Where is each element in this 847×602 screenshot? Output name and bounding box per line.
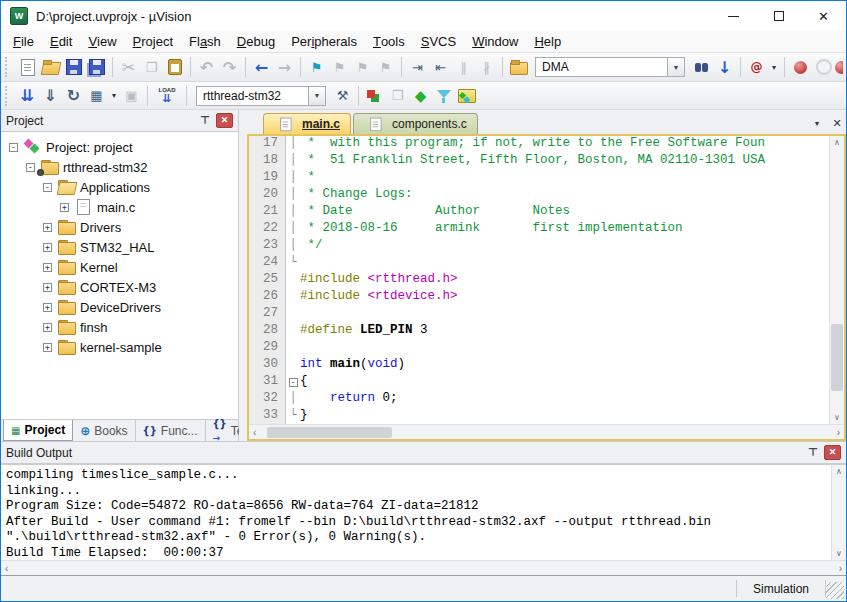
scroll-up-icon[interactable]: ∧	[834, 138, 840, 147]
find-in-files-folder-button[interactable]	[507, 55, 530, 79]
paste-button[interactable]	[163, 55, 186, 79]
stop-build-button[interactable]: ▣	[120, 84, 143, 108]
scroll-up-icon[interactable]: ∧	[836, 467, 842, 476]
target-combo[interactable]: rtthread-stm32▼	[196, 86, 326, 106]
tree-item-main-c[interactable]: +main.c	[1, 197, 238, 217]
insert-bookmark-button[interactable]: ⚑	[305, 55, 328, 79]
disable-breakpoint-button[interactable]	[812, 55, 835, 79]
indent-button[interactable]: ⇥	[406, 55, 429, 79]
tree-item-rtthread-stm32[interactable]: -rtthread-stm32	[1, 157, 238, 177]
nav-forward-button[interactable]: →	[273, 55, 296, 79]
code-line-30[interactable]: 30int main(void)	[249, 357, 829, 374]
tree-item-applications[interactable]: -Applications	[1, 177, 238, 197]
menu-flash[interactable]: Flash	[181, 31, 229, 52]
next-bookmark-button[interactable]: ⚑	[328, 55, 351, 79]
tree-expand-icon[interactable]: +	[60, 203, 69, 212]
pack-installer-button[interactable]	[455, 84, 478, 108]
kill-breakpoints-button[interactable]	[835, 55, 843, 79]
select-packs-button[interactable]	[432, 84, 455, 108]
code-line-31[interactable]: 31-{	[249, 374, 829, 391]
undo-button[interactable]: ↶	[195, 55, 218, 79]
new-file-button[interactable]	[16, 55, 39, 79]
tab-project[interactable]: ▦Project	[3, 420, 73, 441]
code-line-28[interactable]: 28#define LED_PIN 3	[249, 323, 829, 340]
editor-tabs-dropdown-icon[interactable]: ▼	[808, 114, 826, 132]
editor-vscroll-thumb[interactable]	[831, 324, 843, 391]
rebuild-all-button[interactable]: ↻	[62, 84, 85, 108]
fold-collapse-icon[interactable]: -	[289, 378, 298, 387]
output-line-3[interactable]: Program Size: Code=54872 RO-data=8656 RW…	[6, 499, 830, 515]
menu-project[interactable]: Project	[125, 31, 181, 52]
save-all-button[interactable]	[85, 55, 108, 79]
build-output-horizontal-scrollbar[interactable]: ‹ ›	[1, 560, 846, 575]
lookup-button[interactable]: @	[745, 55, 768, 79]
nav-back-button[interactable]: ←	[250, 55, 273, 79]
cut-button[interactable]: ✂	[117, 55, 140, 79]
menu-edit[interactable]: Edit	[42, 31, 80, 52]
editor-hscroll-thumb[interactable]	[267, 427, 392, 438]
code-line-20[interactable]: 20│ * Change Logs:	[249, 187, 829, 204]
search-combo[interactable]: DMA▼	[535, 57, 685, 77]
scroll-down-icon[interactable]: ∨	[834, 413, 840, 422]
menu-debug[interactable]: Debug	[229, 31, 283, 52]
code-line-29[interactable]: 29	[249, 340, 829, 357]
save-button[interactable]	[62, 55, 85, 79]
download-button[interactable]	[152, 84, 182, 108]
clear-bookmarks-button[interactable]: ⚑	[374, 55, 397, 79]
batch-build-button[interactable]: ▦	[85, 84, 108, 108]
target-combo-dropdown-icon[interactable]: ▼	[308, 87, 325, 105]
manage-project-items-button[interactable]	[363, 84, 386, 108]
project-panel-close-icon[interactable]	[216, 113, 233, 128]
tree-item-kernel[interactable]: +Kernel	[1, 257, 238, 277]
tab-books[interactable]: ⊕Books	[73, 420, 135, 441]
build-button[interactable]: ⇓	[39, 84, 62, 108]
code-line-33[interactable]: 33└}	[249, 408, 829, 424]
editor-tab-main-c[interactable]: main.c	[263, 113, 351, 134]
tree-expand-icon[interactable]: +	[43, 243, 52, 252]
redo-button[interactable]: ↷	[218, 55, 241, 79]
menu-svcs[interactable]: SVCS	[413, 31, 464, 52]
insert-breakpoint-button[interactable]	[789, 55, 812, 79]
panel-splitter[interactable]	[239, 110, 247, 441]
tree-expand-icon[interactable]: +	[43, 223, 52, 232]
uncomment-button[interactable]: ∦	[475, 55, 498, 79]
code-line-19[interactable]: 19│ *	[249, 170, 829, 187]
editor-tab-close-icon[interactable]: ✕	[828, 114, 846, 132]
tree-expand-icon[interactable]: +	[43, 343, 52, 352]
tree-item-drivers[interactable]: +Drivers	[1, 217, 238, 237]
find-in-files-button[interactable]	[690, 55, 713, 79]
code-line-26[interactable]: 26#include <rtdevice.h>	[249, 289, 829, 306]
tree-item-cortex-m3[interactable]: +CORTEX-M3	[1, 277, 238, 297]
output-line-6[interactable]: Build Time Elapsed: 00:00:37	[6, 546, 830, 561]
lookup-caret-button[interactable]: ▾	[768, 55, 780, 79]
scroll-right-icon[interactable]: ›	[837, 427, 840, 438]
code-line-24[interactable]: 24└	[249, 255, 829, 272]
build-output-close-icon[interactable]	[824, 445, 841, 460]
tree-expand-icon[interactable]: +	[43, 263, 52, 272]
batch-build-caret-button[interactable]: ▾	[108, 84, 120, 108]
menu-help[interactable]: Help	[526, 31, 569, 52]
tree-expand-icon[interactable]: +	[43, 323, 52, 332]
code-lines[interactable]: 17│ * with this program; if not, write t…	[249, 136, 844, 424]
menu-peripherals[interactable]: Peripherals	[283, 31, 365, 52]
pin-icon[interactable]	[197, 114, 213, 127]
output-line-1[interactable]: compiling timeslice_sample.c...	[6, 468, 830, 484]
menu-window[interactable]: Window	[464, 31, 526, 52]
code-line-25[interactable]: 25#include <rtthread.h>	[249, 272, 829, 289]
code-line-17[interactable]: 17│ * with this program; if not, write t…	[249, 136, 829, 153]
scroll-right-icon[interactable]: ›	[839, 563, 842, 574]
cascade-windows-button[interactable]: ❐	[386, 84, 409, 108]
code-line-21[interactable]: 21│ * Date Author Notes	[249, 204, 829, 221]
tree-expand-icon[interactable]: -	[26, 163, 35, 172]
output-line-4[interactable]: After Build - User command #1: fromelf -…	[6, 515, 830, 531]
menu-file[interactable]: File	[5, 31, 42, 52]
manage-rte-button[interactable]: ◆	[409, 84, 432, 108]
code-line-22[interactable]: 22│ * 2018-08-16 armink first implementa…	[249, 221, 829, 238]
tab-func[interactable]: {}Func...	[136, 420, 206, 441]
scroll-left-icon[interactable]: ‹	[5, 563, 8, 574]
tree-item-devicedrivers[interactable]: +DeviceDrivers	[1, 297, 238, 317]
comment-button[interactable]: ∥	[452, 55, 475, 79]
search-combo-dropdown-icon[interactable]: ▼	[667, 58, 684, 76]
tree-item-kernel-sample[interactable]: +kernel-sample	[1, 337, 238, 357]
minimize-button[interactable]	[711, 1, 756, 31]
